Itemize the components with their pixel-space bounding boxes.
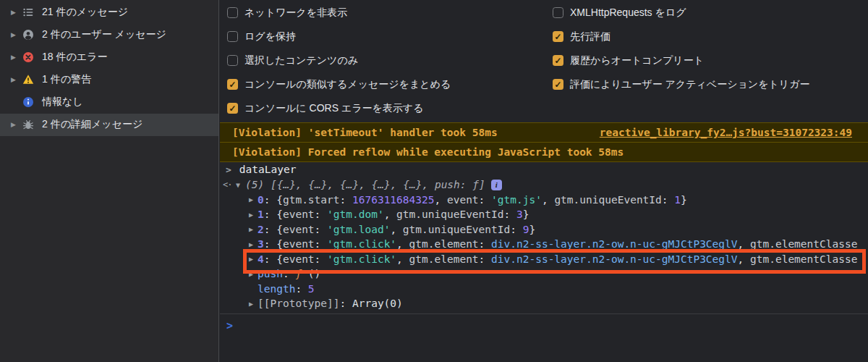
sidebar-item-user-messages[interactable]: ▶2 件のユーザー メッセージ <box>0 24 218 46</box>
tree-row-push[interactable]: ▶push: ƒ () <box>220 266 868 282</box>
checkbox-selected-context-only[interactable] <box>227 55 238 66</box>
tree-segment-num: 5 <box>308 283 315 295</box>
tree-segment-idx: 4 <box>258 253 264 265</box>
setting-autocomplete-history[interactable]: ✓履歴からオートコンプリート <box>553 49 704 72</box>
setting-log-xhr[interactable]: XMLHttpRequests をログ <box>553 1 686 25</box>
expand-arrow-icon[interactable]: ▶ <box>249 195 258 203</box>
list-icon <box>22 7 34 18</box>
command-echo-text: dataLayer <box>239 164 297 175</box>
tree-row-item-3[interactable]: ▶3: {event: 'gtm.click', gtm.element: di… <box>220 237 868 252</box>
tree-segment-num: 1676311684325 <box>352 194 435 206</box>
expand-arrow-icon[interactable]: ▶ <box>249 211 258 219</box>
tree-segment-punc: : <box>479 194 491 206</box>
tree-segment-punc: : <box>510 224 522 235</box>
checkbox-group-similar[interactable]: ✓ <box>227 79 238 90</box>
tree-segment-name: event <box>283 224 315 235</box>
setting-preserve-log[interactable]: ログを保持 <box>227 25 296 49</box>
tree-row-item-2[interactable]: ▶2: {event: 'gtm.load', gtm.uniqueEventI… <box>220 222 868 237</box>
tree-segment-punc: , <box>390 224 402 235</box>
tree-segment-punc: , <box>542 194 554 206</box>
sidebar-item-label: 18 件のエラー <box>42 51 107 64</box>
sidebar-item-errors[interactable]: ▶18 件のエラー <box>0 46 218 69</box>
sidebar-item-verbose[interactable]: ▶2 件の詳細メッセージ <box>0 114 218 136</box>
collapse-arrow-icon[interactable]: ▼ <box>236 181 245 189</box>
info-badge-icon[interactable]: i <box>491 180 502 190</box>
checkbox-preserve-log[interactable] <box>227 31 238 42</box>
disclosure-triangle-icon[interactable]: ▶ <box>11 54 20 61</box>
tree-segment-punc: : { <box>264 209 283 220</box>
tree-segment-punc: , <box>738 238 750 250</box>
sidebar-item-warnings[interactable]: ▶1 件の警告 <box>0 69 218 91</box>
setting-group-similar[interactable]: ✓コンソールの類似するメッセージをまとめる <box>227 72 451 96</box>
violation-source-link[interactable]: reactive_library_fy2…js?bust=31072323:49 <box>600 127 852 138</box>
setting-label: XMLHttpRequests をログ <box>570 7 686 20</box>
setting-label: コンソールの類似するメッセージをまとめる <box>244 78 451 91</box>
checkbox-eager-eval[interactable]: ✓ <box>553 31 563 42</box>
tree-segment-blue: push <box>258 268 283 279</box>
tree-segment-punc: : <box>340 298 352 309</box>
setting-eval-user-activation[interactable]: ✓評価によりユーザー アクティベーションをトリガー <box>553 72 809 96</box>
checkbox-hide-network[interactable] <box>227 7 238 18</box>
expand-arrow-icon[interactable]: ▶ <box>249 255 258 263</box>
expand-arrow-icon[interactable]: ▶ <box>249 270 258 278</box>
tree-segment-name: event <box>283 253 315 265</box>
input-chevron-icon: > <box>226 164 231 175</box>
dom-node-link[interactable]: div.n2-ss-layer.n2-ow.n-uc-gMJCtP3CeglV <box>491 253 737 265</box>
tree-segment-punc: : <box>479 238 491 250</box>
checkbox-show-cors-errors[interactable]: ✓ <box>227 103 238 114</box>
setting-eager-eval[interactable]: ✓先行評価 <box>553 25 610 49</box>
user-icon <box>22 29 34 41</box>
dom-node-link[interactable]: div.n2-ss-layer.n2-ow.n-uc-gMJCtP3CeglV <box>491 238 737 250</box>
tree-segment-str: 'gtm.click' <box>327 238 396 250</box>
setting-hide-network[interactable]: ネットワークを非表示 <box>227 1 347 25</box>
disclosure-triangle-icon[interactable]: ▶ <box>11 121 20 128</box>
tree-segment-punc: : <box>479 253 491 265</box>
tree-segment-punc: : <box>315 238 327 250</box>
tree-segment-num: 3 <box>516 209 523 220</box>
tree-segment-fn: ƒ <box>295 268 302 279</box>
tree-segment-punc: : <box>315 224 327 235</box>
sidebar-item-label: 1 件の警告 <box>42 73 91 86</box>
tree-row-item-0[interactable]: ▶0: {gtm.start: 1676311684325, event: 'g… <box>220 193 868 208</box>
info-icon <box>22 96 34 108</box>
violation-row: [Violation] Forced reflow while executin… <box>220 142 868 161</box>
sidebar-item-info[interactable]: 情報なし <box>0 91 218 114</box>
error-icon <box>22 51 34 63</box>
tree-segment-name: gtm.uniqueEventId <box>403 224 510 235</box>
setting-selected-context-only[interactable]: 選択したコンテンツのみ <box>227 49 358 72</box>
tree-segment-punc: } <box>523 209 529 220</box>
tree-segment-punc: } <box>529 224 535 235</box>
tree-row-item-1[interactable]: ▶1: {event: 'gtm.dom', gtm.uniqueEventId… <box>220 207 868 222</box>
tree-segment-punc: : <box>295 283 307 295</box>
tree-row-length: length: 5 <box>220 282 868 297</box>
setting-label: 評価によりユーザー アクティベーションをトリガー <box>570 78 809 91</box>
console-result-row: <·▼(5) [{…}, {…}, {…}, {…}, {…}, push: ƒ… <box>220 177 868 193</box>
warning-icon <box>22 74 34 85</box>
tree-segment-str: 'gtm.js' <box>491 194 542 206</box>
expand-arrow-icon[interactable]: ▶ <box>249 225 258 233</box>
setting-show-cors-errors[interactable]: ✓コンソールに CORS エラーを表示する <box>227 96 424 120</box>
expand-arrow-icon[interactable]: ▶ <box>249 300 258 308</box>
tree-segment-punc: () <box>302 268 320 279</box>
tree-segment-punc: , <box>738 253 750 265</box>
tree-segment-name: event <box>447 194 479 206</box>
checkbox-autocomplete-history[interactable]: ✓ <box>553 55 563 66</box>
checkbox-log-xhr[interactable] <box>553 7 563 18</box>
checkbox-eval-user-activation[interactable]: ✓ <box>553 79 563 90</box>
tree-segment-punc: : { <box>264 194 283 206</box>
expand-arrow-icon[interactable]: ▶ <box>249 240 258 248</box>
disclosure-triangle-icon[interactable]: ▶ <box>11 31 20 38</box>
tree-segment-num: 9 <box>523 224 529 235</box>
disclosure-triangle-icon[interactable]: ▶ <box>11 9 20 16</box>
tree-row-item-4[interactable]: ▶4: {event: 'gtm.click', gtm.element: di… <box>220 252 868 267</box>
tree-row-prototype[interactable]: ▶[[Prototype]]: Array(0) <box>220 296 868 311</box>
disclosure-triangle-icon[interactable]: ▶ <box>11 76 20 83</box>
sidebar-item-all-messages[interactable]: ▶21 件のメッセージ <box>0 1 218 24</box>
tree-segment-name: gtm.start <box>283 194 340 206</box>
setting-label: 選択したコンテンツのみ <box>244 54 358 67</box>
violation-text: [Violation] 'setTimeout' handler took 58… <box>232 127 498 138</box>
tree-segment-blue: length <box>258 283 295 295</box>
tree-segment-punc: : { <box>264 224 283 235</box>
tree-segment-str: 'gtm.click' <box>327 253 396 265</box>
console-prompt[interactable]: > <box>220 313 868 362</box>
